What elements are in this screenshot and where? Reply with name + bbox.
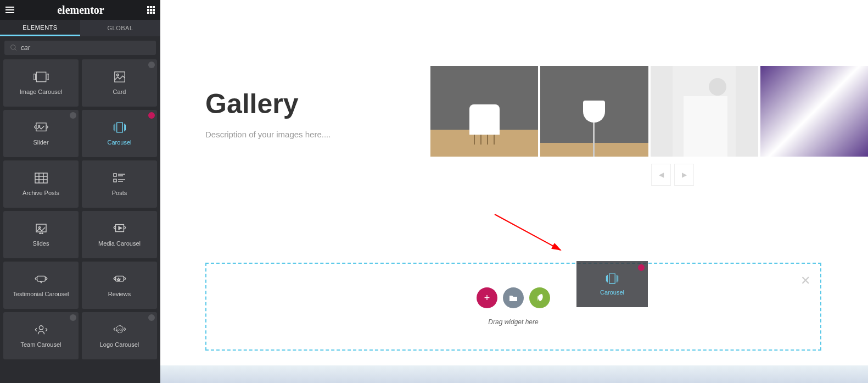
widget-slides[interactable]: Slides xyxy=(3,211,79,258)
brand-logo: elementor xyxy=(57,4,104,16)
widget-team-carousel[interactable]: Team Carousel xyxy=(3,312,79,359)
search-box xyxy=(4,41,156,55)
gallery-next-button[interactable]: ▶ xyxy=(674,164,694,186)
svg-point-24 xyxy=(42,233,43,234)
svg-text:LOGO: LOGO xyxy=(116,329,124,331)
widget-label: Testimonial Carousel xyxy=(13,291,69,297)
testimonial-carousel-icon xyxy=(33,273,49,285)
svg-rect-3 xyxy=(33,74,36,80)
svg-rect-33 xyxy=(684,96,727,157)
archive-posts-icon xyxy=(33,172,49,184)
svg-rect-4 xyxy=(47,74,49,80)
widget-image-carousel[interactable]: Image Carousel xyxy=(3,59,79,107)
svg-rect-2 xyxy=(36,72,46,82)
svg-rect-10 xyxy=(35,173,47,183)
search-input[interactable] xyxy=(21,44,150,52)
widget-media-carousel[interactable]: Media Carousel xyxy=(82,211,157,258)
widget-label: Archive Posts xyxy=(23,190,59,196)
svg-point-28 xyxy=(39,326,43,330)
slides-icon xyxy=(33,223,49,235)
widget-testimonial-carousel[interactable]: Testimonial Carousel xyxy=(3,262,79,309)
gallery-image[interactable] xyxy=(651,66,758,157)
svg-line-34 xyxy=(495,214,561,250)
search-row xyxy=(0,36,160,59)
person-illustration xyxy=(673,66,736,157)
widgets-grid: Image Carousel Card Slider Carousel Arch… xyxy=(0,59,160,383)
gallery-image[interactable] xyxy=(760,66,868,157)
svg-rect-35 xyxy=(609,274,615,284)
widget-badge-icon xyxy=(638,264,645,271)
dropzone-hint: Drag widget here xyxy=(488,318,538,326)
carousel-icon xyxy=(604,273,620,285)
widget-label: Image Carousel xyxy=(20,88,63,95)
gallery-image[interactable] xyxy=(430,66,538,157)
add-button[interactable]: + xyxy=(477,287,497,308)
sidebar: elementor ELEMENTS GLOBAL Image Carousel… xyxy=(0,0,160,383)
svg-line-1 xyxy=(15,49,16,51)
card-icon xyxy=(112,71,127,83)
tab-global[interactable]: GLOBAL xyxy=(80,20,160,36)
hamburger-icon[interactable] xyxy=(5,7,14,13)
widget-label: Posts xyxy=(112,190,127,196)
widget-badge-icon xyxy=(70,112,76,119)
carousel-icon xyxy=(112,121,127,134)
widget-label: Slider xyxy=(33,139,48,146)
gallery-description: Description of your images here.... xyxy=(205,130,430,139)
widget-badge-icon xyxy=(148,112,155,119)
svg-rect-18 xyxy=(114,179,116,182)
widget-slider[interactable]: Slider xyxy=(3,110,79,157)
svg-point-6 xyxy=(116,74,119,76)
gallery-title: Gallery xyxy=(205,88,430,120)
widget-carousel[interactable]: Carousel xyxy=(82,110,157,157)
widget-label: Logo Carousel xyxy=(100,341,139,348)
widget-label: Slides xyxy=(33,240,49,247)
widget-label: Card xyxy=(113,88,126,95)
gallery-section: Gallery Description of your images here.… xyxy=(205,66,868,157)
logo-carousel-icon: LOGO xyxy=(112,324,127,336)
apps-grid-icon[interactable] xyxy=(147,6,155,14)
widget-label: Carousel xyxy=(600,289,624,296)
widget-badge-icon xyxy=(70,314,76,321)
svg-point-23 xyxy=(40,233,41,234)
widget-reviews[interactable]: Reviews xyxy=(82,262,157,309)
folder-icon xyxy=(509,294,518,302)
widget-label: Carousel xyxy=(107,139,131,146)
reviews-icon xyxy=(112,273,127,285)
image-carousel-icon xyxy=(33,71,49,83)
close-icon[interactable]: ✕ xyxy=(800,274,810,288)
annotation-arrow xyxy=(492,212,569,256)
posts-icon xyxy=(112,172,127,184)
folder-button[interactable] xyxy=(503,287,524,308)
gallery-prev-button[interactable]: ◀ xyxy=(651,164,671,186)
canvas: Gallery Description of your images here.… xyxy=(160,0,868,383)
search-icon xyxy=(10,44,18,52)
team-carousel-icon xyxy=(33,324,49,336)
footer-bar xyxy=(160,365,868,383)
widget-badge-icon xyxy=(148,314,155,321)
dropzone[interactable]: ✕ + Drag widget here xyxy=(205,263,821,351)
widget-label: Reviews xyxy=(108,291,131,297)
widget-archive-posts[interactable]: Archive Posts xyxy=(3,160,79,208)
envato-button[interactable] xyxy=(529,287,550,308)
svg-rect-7 xyxy=(36,123,46,131)
leaf-icon xyxy=(536,293,544,302)
widget-logo-carousel[interactable]: LOGO Logo Carousel xyxy=(82,312,157,359)
gallery-text: Gallery Description of your images here.… xyxy=(205,66,430,157)
widget-label: Team Carousel xyxy=(21,341,61,348)
svg-rect-9 xyxy=(116,123,122,132)
gallery-nav: ◀ ▶ xyxy=(651,164,694,186)
dropzone-buttons: + xyxy=(477,287,550,308)
sidebar-tabs: ELEMENTS GLOBAL xyxy=(0,20,160,36)
media-carousel-icon xyxy=(112,223,127,235)
dragged-widget-carousel[interactable]: Carousel xyxy=(576,261,648,307)
widget-posts[interactable]: Posts xyxy=(82,160,157,208)
svg-point-0 xyxy=(11,45,15,49)
sidebar-header: elementor xyxy=(0,0,160,20)
slider-icon xyxy=(33,121,49,134)
tab-elements[interactable]: ELEMENTS xyxy=(0,20,80,36)
svg-rect-15 xyxy=(114,174,116,176)
svg-rect-26 xyxy=(37,276,45,281)
gallery-images xyxy=(430,66,868,157)
gallery-image[interactable] xyxy=(540,66,648,157)
widget-card[interactable]: Card xyxy=(82,59,157,107)
